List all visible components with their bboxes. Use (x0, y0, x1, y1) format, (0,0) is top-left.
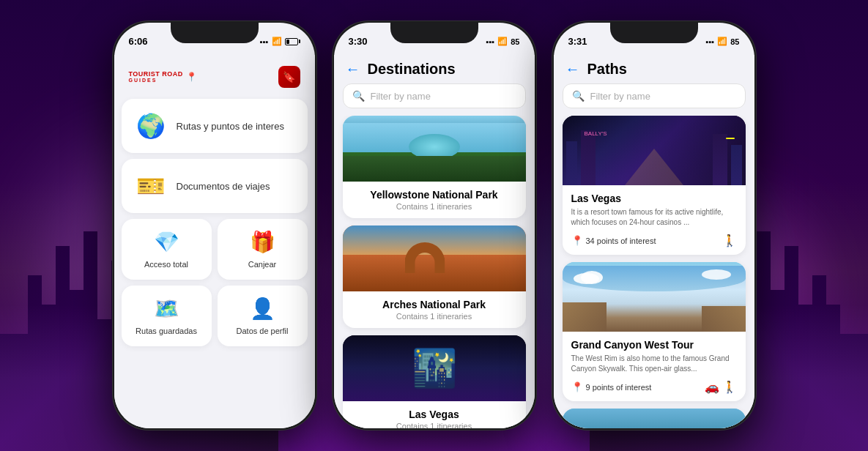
phone-2-screen: 3:30 ▪▪▪ 📶 85 ← Destinations 🔍 Filter by… (334, 23, 535, 428)
wifi-icon: 📶 (272, 37, 282, 46)
routes-icon: 🌍 (136, 112, 166, 140)
phone-1: 6:06 ▪▪▪ 📶 TOURIST ROAD GUIDES (112, 20, 317, 430)
vegas-points-label: 34 points of interest (586, 236, 656, 245)
arches-name: Arches National Park (352, 299, 517, 310)
documents-label: Documentos de viajes (177, 181, 270, 192)
redeem-label: Canjear (248, 260, 277, 269)
dest-card-yellowstone[interactable]: Yellowstone National Park Contains 1 iti… (343, 116, 526, 218)
phone2-content: ← Destinations 🔍 Filter by name (334, 55, 535, 428)
battery-label-2: 85 (511, 37, 519, 46)
search-placeholder-3: Filter by name (590, 91, 650, 102)
logo-subtitle: GUIDES (129, 78, 183, 83)
profile-icon: 🔖 (283, 71, 295, 83)
vegas-path-info: Las Vegas It is a resort town famous for… (563, 185, 746, 255)
tourist-logo: TOURIST ROAD GUIDES 📍 (129, 71, 197, 83)
walk-icon-canyon: 🚶 (722, 380, 737, 394)
status-time-3: 3:31 (568, 36, 587, 47)
battery-label-3: 85 (730, 37, 739, 46)
status-icons-1: ▪▪▪ 📶 (260, 37, 300, 46)
status-time-1: 6:06 (129, 36, 148, 47)
vegas-path-meta: 📍 34 points of interest 🚶 (571, 234, 737, 247)
logo-pin-icon: 📍 (186, 72, 197, 82)
saved-label: Rutas guardadas (136, 327, 197, 335)
status-time-2: 3:30 (349, 36, 368, 47)
menu-item-saved[interactable]: 🗺️ Rutas guardadas (122, 286, 212, 346)
car-icon-canyon: 🚗 (705, 380, 719, 394)
phone-2: 3:30 ▪▪▪ 📶 85 ← Destinations 🔍 Filter by… (332, 20, 537, 430)
phone1-content: TOURIST ROAD GUIDES 📍 🔖 🌍 Rutas y puntos… (114, 55, 315, 428)
vegas-path-image: BALLY'S (563, 116, 746, 185)
path-card-canyon[interactable]: Grand Canyon West Tour The West Rim is a… (563, 262, 746, 401)
destinations-title: Destinations (368, 61, 456, 78)
pin-icon-vegas: 📍 (571, 235, 583, 246)
documents-icon: 🎫 (136, 172, 166, 200)
canyon-points: 📍 9 points of interest (571, 381, 652, 392)
path-card-vegas[interactable]: BALLY'S Las Vegas It is a resort town fa… (563, 116, 746, 255)
access-icon: 💎 (154, 230, 179, 254)
lasvegas-name: Las Vegas (352, 409, 517, 420)
canyon-transport-icons: 🚗 🚶 (705, 380, 737, 394)
signal-icon: ▪▪▪ (260, 37, 269, 46)
yellowstone-info: Yellowstone National Park Contains 1 iti… (343, 182, 526, 218)
notch-2 (390, 23, 478, 43)
redeem-icon: 🎁 (250, 230, 275, 254)
saved-icon: 🗺️ (154, 297, 179, 321)
menu-grid: 🌍 Rutas y puntos de interes 🎫 Documentos… (122, 99, 308, 346)
battery-1 (285, 38, 300, 45)
search-icon-3: 🔍 (572, 90, 585, 102)
signal-icon-2: ▪▪▪ (486, 37, 495, 46)
search-icon-2: 🔍 (352, 90, 365, 102)
notch-3 (610, 23, 698, 43)
menu-item-redeem[interactable]: 🎁 Canjear (218, 219, 308, 280)
arches-sub: Contains 1 itineraries (352, 312, 517, 321)
access-label: Acceso total (144, 260, 188, 269)
vegas-transport-icons: 🚶 (722, 234, 737, 247)
arches-image (343, 225, 526, 291)
phone-3-screen: 3:31 ▪▪▪ 📶 85 ← Paths 🔍 Filter by name (554, 23, 754, 428)
wifi-icon-2: 📶 (497, 37, 508, 46)
profile-data-label: Datos de perfil (237, 327, 289, 335)
wifi-icon-3: 📶 (717, 37, 727, 46)
vegas-points: 📍 34 points of interest (571, 235, 656, 246)
phone1-header: TOURIST ROAD GUIDES 📍 🔖 (122, 62, 308, 99)
arches-info: Arches National Park Contains 1 itinerar… (343, 291, 526, 328)
destinations-search[interactable]: 🔍 Filter by name (343, 83, 526, 108)
canyon-path-meta: 📍 9 points of interest 🚗 🚶 (571, 380, 737, 394)
menu-item-documents[interactable]: 🎫 Documentos de viajes (122, 159, 308, 213)
menu-row-2: 🗺️ Rutas guardadas 👤 Datos de perfil (122, 286, 308, 346)
dest-card-arches[interactable]: Arches National Park Contains 1 itinerar… (343, 225, 526, 328)
canyon-path-image (563, 262, 746, 332)
canyon-path-desc: The West Rim is also home to the famous … (571, 354, 737, 374)
menu-item-access[interactable]: 💎 Acceso total (122, 219, 212, 280)
walk-icon-vegas: 🚶 (722, 234, 737, 247)
destinations-list: Yellowstone National Park Contains 1 iti… (334, 116, 535, 428)
paths-search[interactable]: 🔍 Filter by name (563, 83, 746, 108)
phones-container: 6:06 ▪▪▪ 📶 TOURIST ROAD GUIDES (0, 0, 868, 451)
phone-3: 3:31 ▪▪▪ 📶 85 ← Paths 🔍 Filter by name (552, 20, 757, 430)
yellowstone-image (343, 116, 526, 182)
search-placeholder-2: Filter by name (371, 91, 431, 102)
status-icons-3: ▪▪▪ 📶 85 (706, 37, 740, 46)
canyon-path-info: Grand Canyon West Tour The West Rim is a… (563, 332, 746, 401)
routes-label: Rutas y puntos de interes (177, 121, 284, 132)
path-card-partial[interactable] (563, 409, 746, 428)
dest-card-lasvegas[interactable]: 🌃 Las Vegas Contains 1 itineraries (343, 335, 526, 428)
pin-icon-canyon: 📍 (571, 381, 583, 392)
paths-title: Paths (587, 61, 627, 78)
yellowstone-name: Yellowstone National Park (352, 189, 517, 201)
destinations-header: ← Destinations (334, 55, 535, 83)
lasvegas-sub: Contains 1 itineraries (352, 422, 517, 428)
back-button-2[interactable]: ← (346, 61, 360, 78)
profile-button[interactable]: 🔖 (278, 66, 300, 88)
paths-header: ← Paths (554, 55, 754, 83)
phone-1-screen: 6:06 ▪▪▪ 📶 TOURIST ROAD GUIDES (114, 23, 315, 428)
phone3-content: ← Paths 🔍 Filter by name (554, 55, 754, 428)
menu-item-routes[interactable]: 🌍 Rutas y puntos de interes (122, 99, 308, 153)
signal-icon-3: ▪▪▪ (706, 37, 715, 46)
back-button-3[interactable]: ← (565, 61, 580, 78)
menu-row-1: 💎 Acceso total 🎁 Canjear (122, 219, 308, 280)
profile-data-icon: 👤 (250, 297, 275, 321)
menu-item-profile[interactable]: 👤 Datos de perfil (218, 286, 308, 346)
logo-text: TOURIST ROAD (129, 71, 183, 78)
notch-1 (171, 23, 259, 43)
